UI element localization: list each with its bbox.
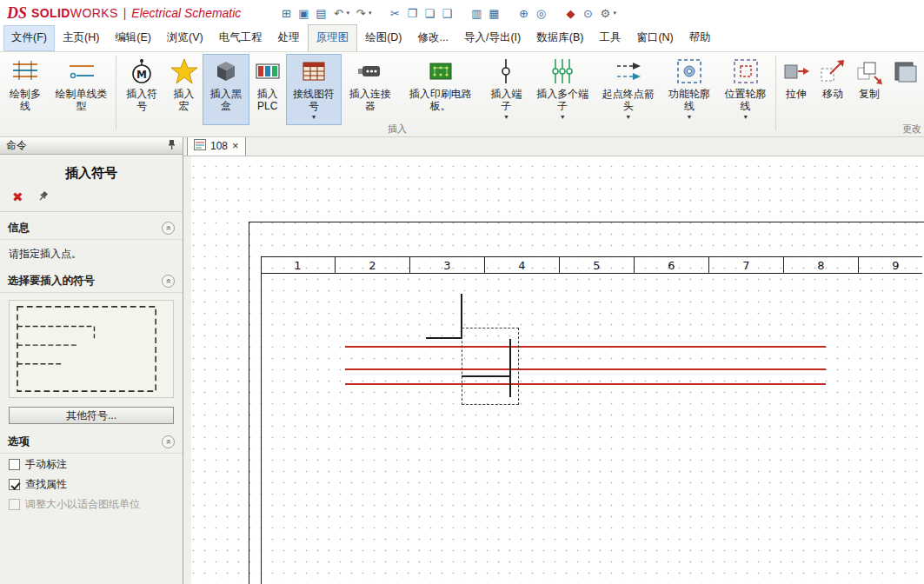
dropdown-caret-icon[interactable]: ▼ [560,114,566,120]
menu-item-electrical-project[interactable]: 电气工程 [211,25,270,51]
menu-item-schematic[interactable]: 原理图 [308,24,358,51]
ribbon-button-label: 移动 [822,88,843,100]
window-icon[interactable]: ⊞ [277,4,295,22]
search-icon[interactable]: ⊙ [579,4,596,22]
brand-divider: | [123,6,127,20]
settings-icon[interactable]: ⚙ [596,4,614,22]
ribbon-button-stretch[interactable]: 拉伸 [778,54,814,125]
insert-doc-icon[interactable]: ▥ [468,4,485,22]
undo-icon[interactable]: ↶ [329,4,347,22]
ribbon-group-separator [775,56,776,130]
ribbon-button-label: 插入符号 [123,88,161,112]
ribbon-button-draw-multiline[interactable]: 绘制多线 [2,54,49,125]
ruler-cell: 5 [560,257,635,273]
option-manual-mark[interactable]: 手动标注 [0,454,183,474]
dropdown-caret-icon[interactable]: ▼ [311,114,317,120]
menu-item-library[interactable]: 数据库(B) [528,25,591,51]
menu-item-modify[interactable]: 修改... [410,25,456,51]
collapse-chevron-icon[interactable]: » [162,435,175,448]
collapse-chevron-icon[interactable]: » [162,222,175,235]
wire-red-1[interactable] [345,346,826,348]
ruler-cell: 6 [635,257,709,273]
ribbon-button-wiring-diagram-symbol[interactable]: 接线图符号 ▼ [286,54,342,125]
connector-icon [356,57,384,85]
ribbon-button-insert-connector[interactable]: 插入连接器 [342,54,398,125]
schematic-canvas[interactable]: 1 2 3 4 5 6 7 8 9 [183,156,924,584]
ribbon-button-insert-pcb[interactable]: 插入印刷电路板。 [398,54,483,125]
print-icon[interactable]: ▤ [312,4,329,22]
document-tab-108[interactable]: 108 × [187,136,246,156]
ribbon-button-insert-multiple-terminals[interactable]: 插入多个端子 ▼ [529,54,595,125]
ribbon-button-insert-plc[interactable]: 插入 PLC [249,54,286,125]
settings-caret-icon[interactable]: ▾ [613,10,616,17]
ribbon-button-clipped[interactable] [887,54,924,125]
ribbon-button-label: 插入黑盒 [207,88,245,112]
ribbon-button-origin-destination-arrow[interactable]: 起点终点箭头 ▼ [595,54,661,125]
ribbon-button-copy[interactable]: 复制 [851,54,887,125]
cut-icon[interactable]: ✂ [386,4,403,22]
option-find-attributes[interactable]: 查找属性 [0,474,183,494]
ribbon-button-draw-singleline-type[interactable]: 绘制单线类型 [49,54,115,125]
panel-header: 命令 [0,137,183,155]
dropdown-caret-icon[interactable]: ▼ [686,114,692,120]
other-symbols-button[interactable]: 其他符号... [9,407,174,424]
ribbon-button-label: 功能轮廓线 [666,88,714,112]
menu-item-import-export[interactable]: 导入/导出(I) [456,25,528,51]
ribbon-button-insert-terminal[interactable]: 插入端子 ▼ [483,54,530,125]
option-label: 查找属性 [25,477,67,492]
dropdown-caret-icon[interactable]: ▼ [503,114,509,120]
update-data-icon[interactable]: ◆ [562,4,579,22]
command-panel: 命令 插入符号 ✖ 信息 » 请指定插入点。 选择要插入的符号 » 其他符号 [0,137,183,584]
undo-caret-icon[interactable]: ▾ [346,10,349,17]
sheet-inner-border-left [261,256,262,584]
main-area: 命令 插入符号 ✖ 信息 » 请指定插入点。 选择要插入的符号 » 其他符号 [0,137,924,584]
wire-red-2[interactable] [345,368,826,370]
wire-red-3[interactable] [345,383,826,385]
ribbon-button-move[interactable]: 移动 [814,54,851,125]
tab-close-icon[interactable]: × [232,142,239,150]
menu-item-process[interactable]: 处理 [270,25,308,51]
menu-item-tools[interactable]: 工具 [591,25,628,51]
copy-objects-icon [855,57,883,85]
ribbon-group-strip: 插入 更改 [0,124,924,136]
tab-label: 108 [210,140,228,152]
copy-icon[interactable]: ❐ [403,4,421,22]
grid-dots [183,156,924,584]
dropdown-caret-icon[interactable]: ▼ [625,114,631,120]
section-title: 选择要插入的符号 [8,274,95,289]
menu-item-draw[interactable]: 绘图(D) [357,25,409,51]
menu-item-help[interactable]: 帮助 [681,25,719,51]
menu-item-view[interactable]: 浏览(V) [159,25,211,51]
menu-item-window[interactable]: 窗口(N) [628,25,681,51]
save-icon[interactable]: ▣ [295,4,312,22]
ribbon-button-function-outline[interactable]: 功能轮廓线 ▼ [661,54,718,125]
close-command-icon[interactable]: ✖ [12,191,23,203]
zoom-target-icon[interactable]: ◎ [532,4,549,22]
checkbox[interactable] [9,459,20,470]
pin-icon[interactable] [167,139,176,153]
title-bar: DS SOLIDWORKS | Electrical Schematic ⊞ ▣… [0,0,924,26]
ribbon-button-label: 复制 [859,88,880,100]
menu-item-home[interactable]: 主页(H) [55,25,107,51]
zoom-in-icon[interactable]: ⊕ [515,4,532,22]
paste-special-icon[interactable]: ❑ [438,4,455,22]
checkbox[interactable] [9,479,20,490]
collapse-chevron-icon[interactable]: » [162,275,175,288]
ribbon-button-insert-symbol[interactable]: M 插入符号 [118,54,165,125]
dropdown-caret-icon[interactable]: ▼ [742,114,748,120]
ghost-symbol-horizontal-line [462,375,509,377]
app-name: Electrical Schematic [131,6,241,20]
ribbon-button-location-outline[interactable]: 位置轮廓线 ▼ [717,54,774,125]
brand-bold: SOLID [31,6,70,20]
paste-icon[interactable]: ❏ [421,4,438,22]
ribbon-button-insert-blackbox[interactable]: 插入黑盒 [203,54,249,125]
redo-icon[interactable]: ↷ [352,4,369,22]
symbol-preview[interactable] [9,300,174,398]
ribbon-button-insert-macro[interactable]: 插入宏 [165,54,203,125]
clipped-tool-icon [892,57,920,85]
menu-item-edit[interactable]: 编辑(E) [107,25,159,51]
pin-command-icon[interactable] [34,189,50,205]
link-doc-icon[interactable]: ▦ [485,4,502,22]
redo-caret-icon[interactable]: ▾ [369,10,372,17]
menu-item-file[interactable]: 文件(F) [3,25,55,51]
